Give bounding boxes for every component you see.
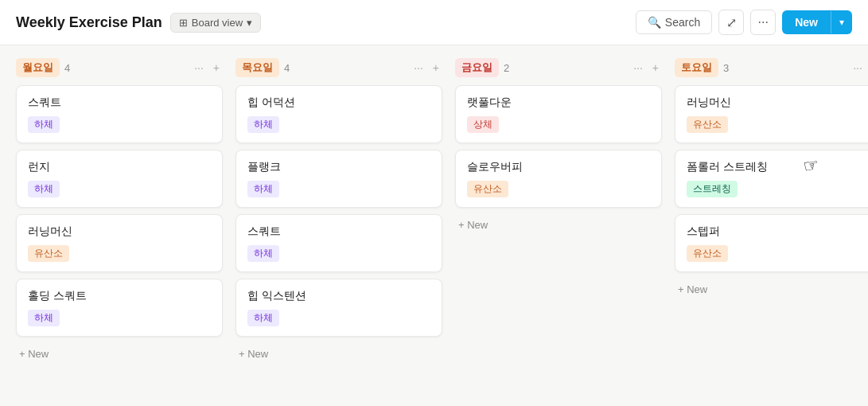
column-title-sat: 토요일 [675,58,718,77]
top-bar: Weekly Exercise Plan ⊞ Board view ▾ 🔍 Se… [0,0,868,45]
card-tag: 하체 [247,181,279,197]
cards-sat: 러닝머신유산소폼롤러 스트레칭스트레칭스텝퍼유산소 [675,85,868,272]
card-title: 스쿼트 [28,96,211,110]
view-toggle-label: Board view [192,17,243,29]
search-icon: 🔍 [648,16,661,29]
card[interactable]: 스쿼트하체 [16,85,223,143]
column-header-fri: 금요일2···+ [455,58,662,77]
column-actions-sat: ···+ [850,60,868,76]
card-tag: 유산소 [687,245,728,262]
column-mon: 월요일4···+스쿼트하체런지하체러닝머신유산소홀딩 스쿼트하체+ New [16,58,223,388]
search-label: Search [665,16,700,29]
board-view-icon: ⊞ [179,17,188,29]
card-title: 스쿼트 [247,224,430,239]
card-tag: 하체 [28,310,60,326]
new-button-group: New ▾ [782,10,852,34]
column-actions-mon: ···+ [191,60,223,76]
column-add-button-fri[interactable]: + [649,60,662,76]
card[interactable]: 런지하체 [16,150,223,208]
column-count-sat: 3 [723,62,729,74]
card-tag: 하체 [247,116,279,133]
column-more-button-mon[interactable]: ··· [191,60,207,76]
card-title: 러닝머신 [28,224,211,239]
card-tag: 유산소 [687,116,728,133]
card-title: 힙 어덕션 [247,96,430,110]
new-dropdown-button[interactable]: ▾ [831,11,852,33]
card-tag: 하체 [28,181,60,197]
cards-fri: 랫풀다운상체슬로우버피유산소 [455,85,662,208]
card[interactable]: 러닝머신유산소 [675,85,868,143]
expand-button[interactable]: ⤢ [718,10,744,35]
top-bar-right: 🔍 Search ⤢ ··· New ▾ [636,10,852,35]
card[interactable]: 힙 어덕션하체 [235,85,442,143]
top-bar-left: Weekly Exercise Plan ⊞ Board view ▾ [16,13,261,33]
new-main-button[interactable]: New [782,10,831,34]
column-title-fri: 금요일 [455,58,499,77]
card[interactable]: 랫풀다운상체 [455,85,662,143]
card[interactable]: 스쿼트하체 [235,214,442,272]
card[interactable]: 스텝퍼유산소 [675,214,868,272]
card-title: 슬로우버피 [467,160,650,174]
card-title: 플랭크 [247,160,430,174]
column-more-button-thu[interactable]: ··· [411,60,426,76]
column-actions-fri: ···+ [630,60,662,76]
column-header-mon: 월요일4···+ [16,58,223,77]
column-count-mon: 4 [64,62,70,74]
more-options-button[interactable]: ··· [750,10,776,35]
card-tag: 스트레칭 [687,181,738,197]
add-new-mon[interactable]: + New [16,343,223,365]
card[interactable]: 플랭크하체 [235,150,442,208]
column-actions-thu: ···+ [411,60,442,76]
column-add-button-thu[interactable]: + [430,60,442,76]
column-title-mon: 월요일 [16,58,60,77]
add-new-sat[interactable]: + New [675,279,868,300]
card-title: 힙 익스텐션 [247,289,430,303]
column-fri: 금요일2···+랫풀다운상체슬로우버피유산소+ New [455,58,662,388]
card-tag: 유산소 [467,181,508,197]
card-title: 런지 [28,160,211,174]
add-new-thu[interactable]: + New [235,343,442,365]
column-count-fri: 2 [504,62,509,74]
card[interactable]: 러닝머신유산소 [16,214,223,272]
expand-icon: ⤢ [726,15,737,30]
card[interactable]: 힙 익스텐션하체 [235,279,442,337]
column-header-thu: 목요일4···+ [235,58,442,77]
column-count-thu: 4 [284,62,290,74]
column-more-button-fri[interactable]: ··· [630,60,646,76]
column-thu: 목요일4···+힙 어덕션하체플랭크하체스쿼트하체힙 익스텐션하체+ New [235,58,442,388]
cards-mon: 스쿼트하체런지하체러닝머신유산소홀딩 스쿼트하체 [16,85,223,337]
card[interactable]: 홀딩 스쿼트하체 [16,279,223,337]
column-sat: 토요일3···+러닝머신유산소폼롤러 스트레칭스트레칭스텝퍼유산소+ New [675,58,868,388]
card-title: 러닝머신 [687,96,868,110]
page-title: Weekly Exercise Plan [16,14,162,31]
card[interactable]: 폼롤러 스트레칭스트레칭 [675,150,868,208]
card-tag: 하체 [247,245,279,262]
new-dropdown-icon: ▾ [839,17,844,28]
card-tag: 상체 [467,116,499,133]
cards-thu: 힙 어덕션하체플랭크하체스쿼트하체힙 익스텐션하체 [235,85,442,337]
card-title: 홀딩 스쿼트 [28,289,211,303]
card-title: 스텝퍼 [687,224,868,239]
card-title: 폼롤러 스트레칭 [687,160,868,174]
column-title-thu: 목요일 [235,58,279,77]
column-header-sat: 토요일3···+ [675,58,868,77]
column-more-button-sat[interactable]: ··· [850,60,866,76]
search-button[interactable]: 🔍 Search [636,10,712,34]
card-tag: 유산소 [28,245,69,262]
view-toggle-button[interactable]: ⊞ Board view ▾ [170,13,261,33]
chevron-down-icon: ▾ [247,17,252,29]
more-icon: ··· [758,15,769,29]
card-title: 랫풀다운 [467,96,650,110]
add-new-fri[interactable]: + New [455,214,662,236]
card-tag: 하체 [28,116,60,133]
card-tag: 하체 [247,310,279,326]
card[interactable]: 슬로우버피유산소 [455,150,662,208]
column-add-button-mon[interactable]: + [210,60,223,76]
board-area: 월요일4···+스쿼트하체런지하체러닝머신유산소홀딩 스쿼트하체+ New목요일… [0,45,868,401]
